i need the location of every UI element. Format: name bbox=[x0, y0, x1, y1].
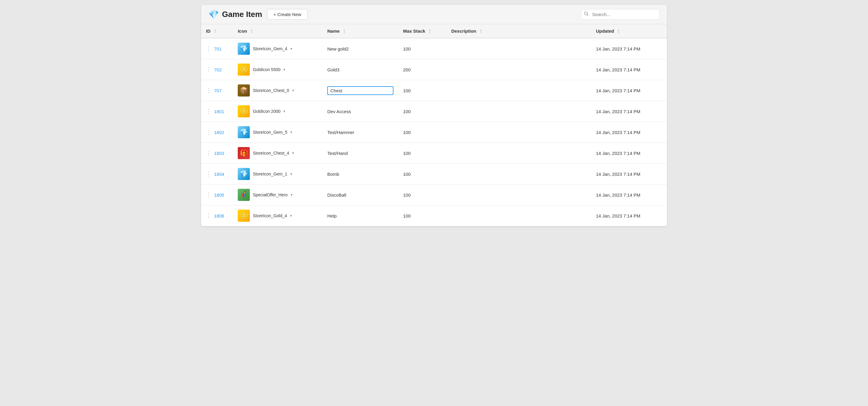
row-id-link[interactable]: 1806 bbox=[214, 213, 224, 218]
col-icon-sort-icon[interactable]: ⋮ bbox=[249, 29, 254, 34]
icon-cell: 🪙 GoldIcon 2000 ▾ bbox=[233, 101, 322, 122]
row-drag-handle[interactable]: ⋮ bbox=[206, 108, 212, 115]
table-container: ID ⋮ Icon ⋮ Name ⋮ bbox=[201, 24, 667, 226]
icon-dropdown-chevron[interactable]: ▾ bbox=[283, 109, 285, 114]
col-id-sort-icon[interactable]: ⋮ bbox=[213, 29, 217, 34]
name-cell: New gold2 bbox=[322, 38, 398, 59]
table-row: ⋮ 702 🪙 GoldIcon 5500 ▾ Gold3 200 14 Jan… bbox=[201, 59, 667, 80]
updated-value: 14 Jan, 2023 7:14 PM bbox=[596, 171, 640, 177]
icon-cell: 🎁 StoreIcon_Chest_4 ▾ bbox=[233, 143, 322, 164]
icon-dropdown-chevron[interactable]: ▾ bbox=[283, 67, 285, 72]
id-cell: ⋮ 1803 bbox=[201, 143, 233, 164]
th-maxstack: Max Stack ⋮ bbox=[398, 24, 446, 38]
icon-dropdown-chevron[interactable]: ▾ bbox=[292, 88, 294, 93]
table-row: ⋮ 701 💎 StoreIcon_Gem_4 ▾ New gold2 100 … bbox=[201, 38, 667, 59]
icon-label: StoreIcon_Chest_4 bbox=[253, 151, 289, 156]
name-cell[interactable]: Chest bbox=[322, 80, 398, 101]
row-id-link[interactable]: 1805 bbox=[214, 192, 224, 197]
row-drag-handle[interactable]: ⋮ bbox=[206, 45, 212, 52]
maxstack-value: 200 bbox=[403, 67, 411, 72]
name-cell-text: Bomb bbox=[327, 171, 339, 177]
table-row: ⋮ 1803 🎁 StoreIcon_Chest_4 ▾ Test/Hand 1… bbox=[201, 143, 667, 164]
row-drag-handle[interactable]: ⋮ bbox=[206, 170, 212, 177]
icon-thumbnail: 🎁 bbox=[238, 147, 250, 159]
icon-dropdown-chevron[interactable]: ▾ bbox=[290, 46, 292, 51]
updated-cell: 14 Jan, 2023 7:14 PM bbox=[591, 164, 667, 185]
diamond-icon: 💎 bbox=[208, 9, 219, 19]
maxstack-cell: 100 bbox=[398, 122, 446, 143]
id-cell: ⋮ 1804 bbox=[201, 164, 233, 185]
create-new-label: + Create New bbox=[273, 12, 301, 17]
icon-thumbnail: 💎 bbox=[238, 168, 250, 180]
maxstack-value: 100 bbox=[403, 130, 411, 135]
row-id-link[interactable]: 707 bbox=[214, 88, 222, 93]
name-cell-editing[interactable]: Chest bbox=[327, 86, 394, 95]
row-id-link[interactable]: 701 bbox=[214, 46, 222, 52]
icon-label: GoldIcon 5500 bbox=[253, 67, 280, 72]
row-drag-handle[interactable]: ⋮ bbox=[206, 212, 212, 219]
name-cell-text: Test/Hand bbox=[327, 151, 348, 156]
row-drag-handle[interactable]: ⋮ bbox=[206, 150, 212, 156]
search-wrapper bbox=[581, 9, 660, 20]
page-title: Game Item bbox=[222, 10, 262, 19]
col-updated-sort-icon[interactable]: ⋮ bbox=[616, 29, 621, 34]
icon-cell: 📦 StoreIcon_Chest_0 ▾ bbox=[233, 80, 322, 101]
icon-thumbnail: 🦸 bbox=[238, 189, 250, 201]
table-header: ID ⋮ Icon ⋮ Name ⋮ bbox=[201, 24, 667, 38]
icon-dropdown-chevron[interactable]: ▾ bbox=[290, 130, 292, 134]
table-row: ⋮ 1805 🦸 SpecialOffer_Hero ▾ DiscoBall 1… bbox=[201, 185, 667, 206]
name-cell: Gold3 bbox=[322, 59, 398, 80]
icon-dropdown-chevron[interactable]: ▾ bbox=[292, 151, 294, 155]
icon-dropdown-chevron[interactable]: ▾ bbox=[290, 172, 292, 176]
updated-value: 14 Jan, 2023 7:14 PM bbox=[596, 109, 640, 114]
icon-thumbnail: 🪙 bbox=[238, 105, 250, 117]
updated-value: 14 Jan, 2023 7:14 PM bbox=[596, 88, 640, 93]
maxstack-value: 100 bbox=[403, 109, 411, 114]
row-id-link[interactable]: 1802 bbox=[214, 130, 224, 135]
updated-cell: 14 Jan, 2023 7:14 PM bbox=[591, 38, 667, 59]
th-name: Name ⋮ bbox=[322, 24, 398, 38]
row-drag-handle[interactable]: ⋮ bbox=[206, 87, 212, 94]
description-cell bbox=[446, 101, 591, 122]
name-cell: Test/Hand bbox=[322, 143, 398, 164]
icon-label: StoreIcon_Gem_1 bbox=[253, 171, 287, 176]
id-cell: ⋮ 707 bbox=[201, 80, 233, 101]
updated-value: 14 Jan, 2023 7:14 PM bbox=[596, 130, 640, 135]
col-name-sort-icon[interactable]: ⋮ bbox=[342, 29, 347, 34]
id-cell: ⋮ 1805 bbox=[201, 185, 233, 206]
updated-cell: 14 Jan, 2023 7:14 PM bbox=[591, 80, 667, 101]
icon-label: StoreIcon_Gem_4 bbox=[253, 46, 287, 51]
icon-cell: 🪙 GoldIcon 5500 ▾ bbox=[233, 59, 322, 80]
name-cell-text: DiscoBall bbox=[327, 192, 346, 197]
id-cell: ⋮ 701 bbox=[201, 38, 233, 59]
name-cell: Dev Access bbox=[322, 101, 398, 122]
updated-cell: 14 Jan, 2023 7:14 PM bbox=[591, 143, 667, 164]
maxstack-cell: 200 bbox=[398, 59, 446, 80]
name-cell-text: Help bbox=[327, 213, 337, 218]
create-new-button[interactable]: + Create New bbox=[267, 9, 308, 20]
icon-thumbnail: 💎 bbox=[238, 126, 250, 138]
maxstack-cell: 100 bbox=[398, 80, 446, 101]
col-maxstack-sort-icon[interactable]: ⋮ bbox=[428, 29, 432, 34]
table-row: ⋮ 1802 💎 StoreIcon_Gem_5 ▾ Test/Hammer 1… bbox=[201, 122, 667, 143]
row-drag-handle[interactable]: ⋮ bbox=[206, 129, 212, 135]
row-id-link[interactable]: 1804 bbox=[214, 171, 224, 177]
updated-value: 14 Jan, 2023 7:14 PM bbox=[596, 67, 640, 72]
icon-cell: 💎 StoreIcon_Gem_4 ▾ bbox=[233, 38, 322, 59]
table-row: ⋮ 1806 🪙 StoreIcon_Gold_4 ▾ Help 100 14 … bbox=[201, 206, 667, 226]
maxstack-cell: 100 bbox=[398, 38, 446, 59]
name-cell-text: Gold3 bbox=[327, 67, 339, 72]
row-drag-handle[interactable]: ⋮ bbox=[206, 191, 212, 198]
maxstack-cell: 100 bbox=[398, 164, 446, 185]
row-id-link[interactable]: 1803 bbox=[214, 151, 224, 156]
icon-label: StoreIcon_Gem_5 bbox=[253, 130, 287, 135]
row-id-link[interactable]: 1801 bbox=[214, 109, 224, 114]
icon-dropdown-chevron[interactable]: ▾ bbox=[291, 193, 292, 197]
search-input[interactable] bbox=[581, 9, 660, 20]
col-description-sort-icon[interactable]: ⋮ bbox=[479, 29, 483, 34]
header: 💎 Game Item + Create New bbox=[201, 5, 667, 24]
icon-dropdown-chevron[interactable]: ▾ bbox=[290, 214, 292, 218]
icon-thumbnail: 💎 bbox=[238, 43, 250, 55]
row-id-link[interactable]: 702 bbox=[214, 67, 222, 72]
row-drag-handle[interactable]: ⋮ bbox=[206, 66, 212, 73]
